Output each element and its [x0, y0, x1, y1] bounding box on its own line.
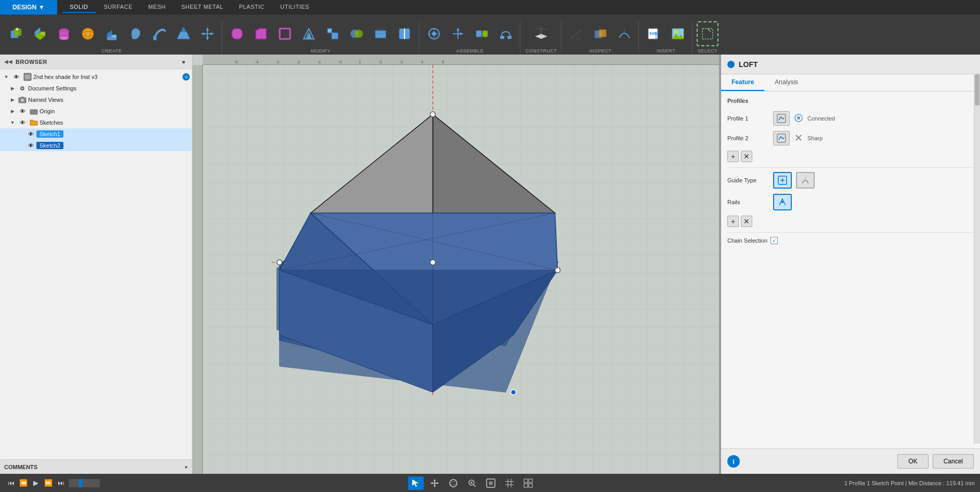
revolve-icon[interactable]	[125, 21, 147, 46]
svg-rect-25	[280, 29, 290, 39]
design-button[interactable]: DESIGN ▼	[0, 0, 57, 15]
step-forward-button[interactable]: ⏩	[43, 477, 54, 489]
pan-button[interactable]	[427, 476, 442, 490]
timeline-bar[interactable]	[69, 479, 100, 487]
grid-button[interactable]	[502, 476, 517, 490]
tree-icon-camera	[18, 95, 27, 104]
extrude-icon[interactable]	[101, 21, 123, 46]
info-button[interactable]: i	[727, 455, 740, 468]
sidebar-collapse-left[interactable]: ◀◀	[4, 59, 12, 64]
profile1-pick-button[interactable]	[773, 111, 790, 126]
tab-solid[interactable]: SOLID	[62, 2, 96, 13]
svg-line-123	[474, 485, 476, 487]
measure-icon[interactable]: mm	[566, 21, 587, 46]
play-button[interactable]: ▶	[30, 477, 42, 489]
joint-origin-icon[interactable]	[447, 21, 469, 46]
svg-marker-6	[40, 32, 45, 36]
combine-icon[interactable]	[346, 21, 368, 46]
profile2-row: Profile 2 Sharp	[727, 131, 974, 145]
loft-scrollbar[interactable]	[974, 74, 980, 444]
svg-rect-135	[529, 484, 532, 487]
loft-tab-analysis[interactable]: Analysis	[764, 74, 808, 91]
svg-rect-132	[524, 479, 528, 483]
tab-sheet-metal[interactable]: SHEET METAL	[174, 2, 231, 13]
loft-icon[interactable]	[173, 21, 194, 46]
bottom-center-tools	[408, 476, 536, 490]
zoom-button[interactable]	[464, 476, 480, 490]
guide-type-btn1[interactable]	[773, 172, 792, 189]
toolbar-tabs: DESIGN ▼ SOLID SURFACE MESH SHEET METAL …	[0, 0, 980, 15]
tree-item-sketch2[interactable]: ▶ 👁 Sketch2	[0, 140, 192, 151]
curvature-icon[interactable]	[613, 21, 635, 46]
split-icon[interactable]	[394, 21, 415, 46]
viewport-button[interactable]	[520, 476, 536, 490]
tree-arrow-origin[interactable]: ▶	[8, 107, 17, 115]
cylinder-icon[interactable]	[53, 21, 75, 46]
image-insert-icon[interactable]	[667, 21, 689, 46]
tab-surface[interactable]: SURFACE	[97, 2, 140, 13]
tree-arrow-settings[interactable]: ▶	[8, 84, 17, 92]
comments-controls: ●	[185, 464, 188, 470]
tree-icon-origin	[29, 107, 38, 116]
scale-icon[interactable]	[322, 21, 344, 46]
comments-dot[interactable]: ●	[185, 464, 188, 470]
design-chevron: ▼	[38, 4, 45, 11]
tree-arrow-sketches[interactable]: ▼	[8, 118, 17, 127]
insert-group-label: INSERT	[657, 47, 675, 54]
new-component-icon[interactable]	[5, 21, 27, 46]
motion-link-icon[interactable]	[495, 21, 517, 46]
tree-item-sketches[interactable]: ▼ 👁 Sketches	[0, 117, 192, 128]
tab-mesh[interactable]: MESH	[141, 2, 173, 13]
tree-label-named-views: Named Views	[28, 97, 190, 103]
tree-item-sketch1[interactable]: ▶ 👁 Sketch1	[0, 128, 192, 140]
tree-arrow-named-views[interactable]: ▶	[8, 96, 17, 104]
tree-item-origin[interactable]: ▶ 👁 Origin	[0, 105, 192, 117]
select-mode-button[interactable]	[408, 476, 424, 490]
fast-forward-button[interactable]: ⏭	[55, 477, 67, 489]
display-mode-button[interactable]	[483, 476, 499, 490]
rails-add-button[interactable]: +	[727, 216, 739, 227]
profiles-add-button[interactable]: +	[727, 151, 739, 162]
create-icons	[5, 21, 218, 47]
step-back-button[interactable]: ⏪	[18, 477, 29, 489]
chain-selection-row: Chain Selection	[727, 237, 974, 244]
design-label: DESIGN	[12, 4, 36, 11]
offset-face-icon[interactable]	[370, 21, 391, 46]
svg-point-32	[355, 30, 363, 38]
orbit-button[interactable]	[446, 476, 461, 490]
rewind-button[interactable]: ⏮	[5, 477, 17, 489]
rigid-group-icon[interactable]	[471, 21, 493, 46]
loft-tabs: Feature Analysis	[721, 74, 980, 91]
select-group: SELECT	[694, 21, 722, 54]
guide-type-btn2[interactable]	[796, 172, 815, 189]
sweep-icon[interactable]	[149, 21, 171, 46]
tab-plastic[interactable]: PLASTIC	[232, 2, 272, 13]
rails-remove-button[interactable]: ✕	[741, 216, 752, 227]
svg-insert-icon[interactable]: SVG	[643, 21, 665, 46]
move-icon[interactable]	[197, 21, 218, 46]
sphere-icon[interactable]	[77, 21, 99, 46]
draft-icon[interactable]	[298, 21, 320, 46]
profile2-pick-button[interactable]	[773, 131, 790, 145]
shell-icon[interactable]	[274, 21, 296, 46]
chamfer-icon[interactable]	[250, 21, 272, 46]
tree-item-doc-settings[interactable]: ▶ ⚙ Document Settings	[0, 83, 192, 94]
tree-item-named-views[interactable]: ▶ Named Views	[0, 94, 192, 105]
interference-icon[interactable]	[590, 21, 611, 46]
box-icon[interactable]	[29, 21, 51, 46]
joint-icon[interactable]	[423, 21, 445, 46]
sidebar-dot-control[interactable]: ●	[179, 58, 188, 66]
construct-plane-icon[interactable]	[525, 19, 558, 46]
tree-arrow-root[interactable]: ▼	[2, 73, 10, 81]
ok-button[interactable]: OK	[897, 454, 928, 469]
loft-tab-feature[interactable]: Feature	[721, 74, 764, 91]
fillet-icon[interactable]	[226, 21, 248, 46]
select-box-icon[interactable]	[697, 21, 718, 46]
tree-item-root[interactable]: ▼ 👁 2nd hex shade for Inst v3 ⊙	[0, 71, 192, 83]
playback-controls: ⏮ ⏪ ▶ ⏩ ⏭	[5, 477, 67, 489]
profiles-remove-button[interactable]: ✕	[741, 151, 752, 162]
chain-selection-checkbox[interactable]	[770, 237, 778, 244]
tab-utilities[interactable]: UTILITIES	[273, 2, 317, 13]
rails-pick-button[interactable]	[773, 194, 792, 210]
cancel-button[interactable]: Cancel	[933, 454, 974, 469]
